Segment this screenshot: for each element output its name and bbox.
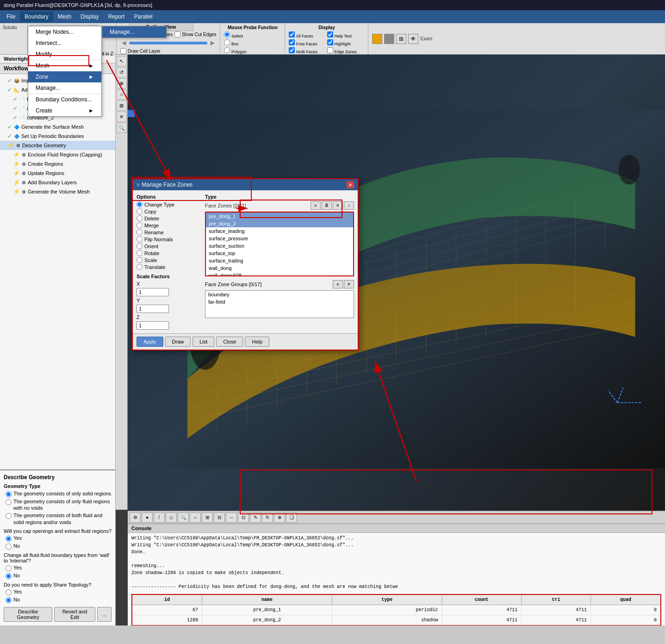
fz-item-surface-top[interactable]: surface_top [206, 250, 353, 257]
dropdown-boundary-cond[interactable]: Boundary Conditions... [28, 94, 101, 105]
menu-file[interactable]: File [2, 12, 20, 22]
face-zone-groups-list[interactable]: boundary far-field [205, 290, 354, 318]
vp-btn-4[interactable]: ◇ [166, 513, 177, 523]
icon-color-2[interactable] [384, 34, 394, 44]
fz-item-wall-dong[interactable]: wall_dong [206, 264, 353, 272]
geometry-option-2[interactable]: The geometry consists of only fluid regi… [6, 498, 112, 512]
fz-toolbar-btn-2[interactable]: ≣ [322, 201, 332, 210]
vp-btn-7[interactable]: ⊞ [202, 513, 213, 523]
fz-item-wall-dong-608[interactable]: wall_dong:608 [206, 272, 353, 276]
vp-btn-6[interactable]: ○ [190, 513, 201, 523]
vp-btn-13[interactable]: ⊕ [274, 513, 285, 523]
menu-display[interactable]: Display [76, 12, 103, 22]
vp-btn-2[interactable]: ● [142, 513, 153, 523]
vp-btn-1[interactable]: ⚙ [130, 513, 141, 523]
option-rename[interactable]: Rename [137, 229, 201, 235]
fz-item-surface-trailing[interactable]: surface_trailing [206, 257, 353, 264]
vp-btn-9[interactable]: ↔ [226, 513, 237, 523]
vp-btn-3[interactable]: / [154, 513, 165, 523]
close-btn[interactable]: Close [216, 337, 243, 347]
option-rotate[interactable]: Rotate [137, 250, 201, 256]
side-btn-rotate[interactable]: ↺ [117, 67, 127, 77]
fz-item-surface-leading[interactable]: surface_leading [206, 227, 353, 235]
show-cut-edges-check[interactable]: Show Cut Edges [174, 31, 217, 38]
side-btn-cross[interactable]: ✕ [117, 112, 127, 122]
side-btn-fit[interactable]: ⊞ [117, 100, 127, 111]
help-text-check[interactable]: Help Text [327, 31, 365, 38]
highlight-check[interactable]: Highlight [327, 39, 365, 46]
side-btn-zoom-box[interactable]: ⊕ [117, 78, 127, 88]
dropdown-manage[interactable]: Manage... [28, 82, 101, 94]
geometry-option-1[interactable]: The geometry consists of only solid regi… [6, 490, 112, 497]
topology-no[interactable]: No [6, 596, 112, 603]
apply-btn[interactable]: Apply [137, 337, 163, 347]
menu-boundary[interactable]: Boundary [20, 12, 53, 22]
side-btn-magnify[interactable]: 🔍 [117, 123, 127, 133]
groups-toolbar-btn-1[interactable]: ≡ [333, 280, 343, 288]
icon-grid[interactable]: ⊞ [396, 34, 406, 44]
workflow-item-update[interactable]: ⚡ ⚙ Update Regions [0, 169, 115, 178]
revert-edit-btn[interactable]: Revert and Edit [54, 607, 95, 622]
vp-btn-11[interactable]: ✎ [250, 513, 261, 523]
workflow-item-volume-mesh[interactable]: ⚡ ⚙ Generate the Volume Mesh [0, 187, 115, 196]
menu-parallel[interactable]: Parallel [129, 12, 157, 22]
fz-toolbar-btn-4[interactable]: ○ [344, 201, 354, 210]
option-change-type[interactable]: Change Type [137, 201, 201, 207]
list-btn[interactable]: List [193, 337, 214, 347]
draw-cell-layer-check[interactable]: Draw Cell Layer [120, 48, 161, 54]
scale-x-input[interactable] [137, 288, 169, 296]
dropdown-create[interactable]: Create► [28, 105, 101, 116]
fz-toolbar-btn-3[interactable]: ✕ [333, 201, 343, 210]
more-btn[interactable]: ... [97, 607, 112, 622]
fz-toolbar-btn-1[interactable]: ≡ [311, 201, 321, 210]
option-orient[interactable]: Orient [137, 243, 201, 249]
draw-btn[interactable]: Draw [165, 337, 191, 347]
dropdown-zone[interactable]: Zone► [28, 71, 101, 82]
workflow-item-describe[interactable]: ⚡ ⚙ Describe Geometry [0, 141, 115, 150]
multi-faces-check[interactable]: Multi Faces [289, 47, 326, 54]
dropdown-mesh[interactable]: Mesh► [28, 60, 101, 71]
select-radio[interactable]: Select [224, 31, 281, 38]
polygon-radio[interactable]: Polygon [224, 47, 281, 54]
group-item-boundary[interactable]: boundary [205, 291, 354, 298]
side-btn-cursor[interactable]: ↖ [117, 56, 127, 66]
console-content[interactable]: Writing "C:\Users\CC5190\AppData\Local\T… [128, 533, 665, 625]
help-btn[interactable]: Help [245, 337, 269, 347]
option-flip-normals[interactable]: Flip Normals [137, 236, 201, 242]
topology-yes[interactable]: Yes [6, 588, 112, 595]
dropdown-merge-nodes[interactable]: Merge Nodes... [28, 26, 101, 38]
free-faces-check[interactable]: Free Faces [289, 39, 326, 46]
option-copy[interactable]: Copy [137, 208, 201, 214]
boundary-no[interactable]: No [6, 572, 112, 579]
scale-z-input[interactable] [137, 321, 169, 330]
fz-item-surface-suction[interactable]: surface_suction [206, 242, 353, 250]
describe-geometry-btn[interactable]: Describe Geometry [4, 607, 52, 622]
vp-btn-12[interactable]: ↻ [262, 513, 273, 523]
menu-report[interactable]: Report [103, 12, 129, 22]
face-zones-list[interactable]: pre_dong_1 pre_dong_2 surface_leading su… [205, 212, 354, 276]
side-btn-zoom-circle[interactable]: ○ [117, 89, 127, 100]
vp-btn-14[interactable]: ❏ [286, 513, 297, 523]
fz-item-pre-dong-1[interactable]: pre_dong_1 [206, 213, 353, 220]
vp-btn-8[interactable]: ⊟ [214, 513, 225, 523]
geometry-option-3[interactable]: The geometry consists of both fluid and … [6, 512, 112, 525]
icon-color-1[interactable] [372, 34, 382, 44]
zone-submenu-manage[interactable]: Manage... [102, 26, 166, 38]
vp-btn-5[interactable]: 🔍 [178, 513, 189, 523]
workflow-item-create-regions[interactable]: ⚡ ⚙ Create Regions [0, 159, 115, 169]
cap-no[interactable]: No [6, 543, 112, 550]
workflow-item-surface-mesh[interactable]: ✓ 🔷 Generate the Surface Mesh [0, 122, 115, 131]
vp-btn-10[interactable]: ⊡ [238, 513, 249, 523]
option-translate[interactable]: Translate [137, 264, 201, 270]
dropdown-intersect[interactable]: Intersect... [28, 38, 101, 49]
workflow-item-boundary-layers[interactable]: ⚡ ⚙ Add Boundary Layers [0, 178, 115, 187]
scale-y-input[interactable] [137, 305, 169, 313]
dropdown-modify[interactable]: Modify... [28, 49, 101, 60]
groups-toolbar-btn-2[interactable]: ✕ [344, 280, 354, 288]
box-radio[interactable]: Box [224, 39, 281, 46]
group-item-far-field[interactable]: far-field [205, 298, 354, 306]
all-faces-check[interactable]: All Faces [289, 31, 326, 38]
workflow-item-enclose[interactable]: ⚡ ⚙ Enclose Fluid Regions (Capping) [0, 150, 115, 159]
menu-mesh[interactable]: Mesh [53, 12, 76, 22]
fz-item-surface-pressure[interactable]: surface_pressure [206, 235, 353, 242]
